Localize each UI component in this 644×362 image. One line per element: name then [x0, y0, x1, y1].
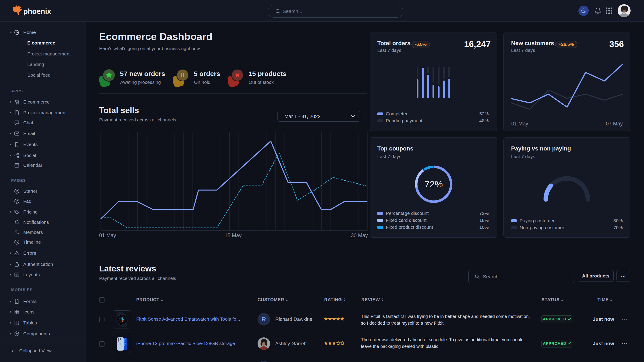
svg-text:72%: 72%	[424, 179, 443, 189]
